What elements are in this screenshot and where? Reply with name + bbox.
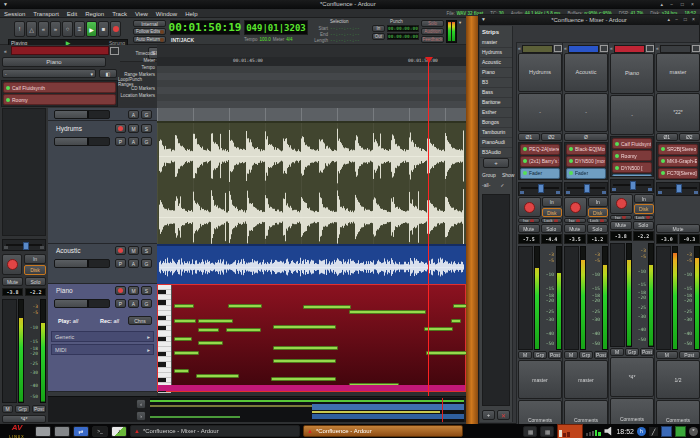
lock-button[interactable]: Lock (587, 218, 609, 223)
midi-note-area[interactable] (172, 285, 466, 385)
strip-fader-meter[interactable]: -3-5-10-15-18-20-25-30-40-50 (564, 246, 608, 350)
peak-display-right[interactable]: -2.2 (25, 288, 46, 296)
track-header-acoustic[interactable]: Acoustic M S P A G (48, 244, 157, 284)
monitor-disk-button[interactable]: Disk (542, 208, 563, 218)
m-button[interactable]: M (518, 351, 532, 359)
strip-input-button[interactable]: - (564, 93, 608, 132)
hydrums-processor-peq-2a-stereo-[interactable]: PEQ-2A[stereo] (520, 144, 560, 155)
mute-button[interactable]: M (128, 246, 139, 255)
strip-name-button[interactable]: master (656, 53, 700, 92)
transport-options-icon[interactable]: ▾ (459, 20, 461, 25)
strips-list-item-piano[interactable]: Piano (480, 68, 512, 78)
speaker-icon[interactable] (604, 427, 613, 436)
strips-list-item-master[interactable]: master (480, 38, 512, 48)
midi-note[interactable] (273, 325, 336, 329)
acoustic-processor-dyn500-mono-[interactable]: DYN500 [mono] (566, 156, 606, 167)
m-button[interactable]: M (656, 351, 678, 359)
mute-button[interactable]: Mute (564, 224, 586, 233)
strips-list-item-b3audio[interactable]: B3Audio (480, 148, 512, 158)
track-name[interactable]: Hydrums (56, 125, 82, 132)
summary-scroll-left[interactable]: ‹ (136, 399, 146, 409)
peak-display[interactable]: -0.3 (679, 234, 700, 244)
midi-note[interactable] (174, 304, 194, 308)
editor-strip-processor-calf-fluidsynth[interactable]: Calf Fluidsynth (3, 82, 116, 93)
strip-fader-meter[interactable]: -3-5-10-15-18-20-25-30-40-50 (610, 243, 654, 347)
post-button[interactable]: Post (640, 348, 654, 356)
mute-button[interactable]: M (128, 124, 139, 133)
pan-control[interactable] (656, 182, 700, 196)
grp-button[interactable]: Grp (625, 348, 639, 356)
peak-display[interactable]: -1.2 (587, 234, 609, 244)
midi-note[interactable] (198, 328, 219, 332)
punch-out-button[interactable]: Out (372, 33, 385, 40)
phase-button[interactable]: Ø2 (679, 133, 700, 141)
tray-pen-icon[interactable]: ╱ (649, 427, 658, 436)
output-button[interactable]: master (564, 360, 608, 399)
group-button[interactable]: G (141, 137, 152, 146)
record-enable-button[interactable] (564, 197, 587, 217)
launcher-terminal-icon[interactable]: >_ (92, 426, 108, 437)
acoustic-processor-black-eq-mono-[interactable]: Black-EQ[Mono] (566, 144, 606, 155)
piano-processor-roomy[interactable]: Roomy (612, 150, 652, 161)
strip-fader-meter[interactable]: -3-5-10-15-18-20-25-30-40-50 (656, 246, 700, 350)
solo-button[interactable]: Solo (633, 221, 655, 230)
midi-rec-value[interactable]: all (113, 318, 119, 324)
piano-keyboard[interactable] (158, 285, 172, 385)
narrow-toggle-icon[interactable]: « (564, 45, 567, 52)
gain-slider[interactable] (54, 259, 110, 268)
expander-icon[interactable]: ▸ (147, 334, 150, 340)
track-header-piano[interactable]: Piano M S P A G Play: all Rec: all Chns … (48, 284, 157, 392)
task-button-editor[interactable]: ▲ *Confluence - Ardour (303, 425, 463, 437)
master-processor-sr2b-stereo-re[interactable]: SR2B[Stereo Re (658, 144, 698, 155)
monitor-input-button[interactable]: In (542, 197, 563, 207)
record-enable-button[interactable] (115, 286, 126, 295)
midi-note[interactable] (303, 305, 351, 309)
strip-color-bar[interactable] (568, 45, 599, 53)
group-add-button[interactable]: + (482, 410, 495, 420)
go-start-button[interactable]: « (38, 21, 49, 37)
playhead-marker[interactable] (425, 57, 433, 63)
mute-button[interactable]: Mute (610, 221, 632, 230)
menu-transport[interactable]: Transport (33, 11, 58, 17)
gain-slider[interactable] (54, 110, 110, 119)
strip-color-bar[interactable] (11, 46, 109, 55)
strip-name-button[interactable]: Piano (610, 53, 654, 94)
menu-track[interactable]: Track (112, 11, 127, 17)
midi-note[interactable] (273, 346, 338, 350)
record-enable-button[interactable] (518, 197, 541, 217)
pan-control[interactable] (518, 182, 562, 196)
auto-return-button[interactable]: Auto Return (133, 36, 166, 43)
narrow-toggle-icon[interactable]: « (518, 45, 521, 52)
m-button[interactable]: M (564, 351, 578, 359)
midi-generic-row[interactable]: Generic▸ (51, 331, 154, 342)
track-name[interactable]: Piano (56, 287, 73, 294)
strip-name-button[interactable]: Hydrums (518, 53, 562, 92)
menu-region[interactable]: Region (85, 11, 104, 17)
solo-button[interactable]: Solo (421, 20, 444, 27)
strip-name-button[interactable]: Acoustic (564, 53, 608, 92)
lock-button[interactable]: Lock (541, 218, 563, 223)
gain-slider[interactable] (54, 137, 110, 146)
record-enable-button[interactable] (2, 254, 22, 275)
acoustic-processor-fader[interactable]: Fader (566, 168, 606, 179)
resize-icon[interactable] (600, 45, 608, 52)
meter-point-m[interactable]: M (2, 405, 13, 413)
window-menu-icon[interactable]: ▼ (481, 16, 486, 22)
strip-input-button[interactable]: - (518, 93, 562, 132)
menu-window[interactable]: Window (156, 11, 177, 17)
group-list-area[interactable] (482, 194, 510, 406)
processor-box[interactable]: Black-EQ[Mono]DYN500 [mono]Fader (564, 142, 608, 181)
midi-note[interactable] (453, 304, 466, 308)
output-button[interactable]: 1/2 (656, 360, 700, 399)
metronome-button[interactable]: △ (26, 21, 37, 37)
feedback-button[interactable]: Feedback (421, 36, 444, 43)
midi-panic-button[interactable]: ! (14, 21, 25, 37)
fader-slot[interactable] (656, 246, 671, 350)
editor-window-controls[interactable]: ▴ − □ × (660, 1, 697, 7)
editor-strip-processor-dyn500-stere[interactable]: DYN500 [stere (3, 106, 116, 107)
metering-post-button[interactable]: Post (32, 405, 46, 413)
strip-processor-box-empty[interactable] (2, 108, 46, 236)
phase-button[interactable]: Ø (564, 133, 608, 141)
group-button[interactable]: G (141, 299, 152, 308)
follow-edits-button[interactable]: Follow Edits (133, 28, 166, 35)
